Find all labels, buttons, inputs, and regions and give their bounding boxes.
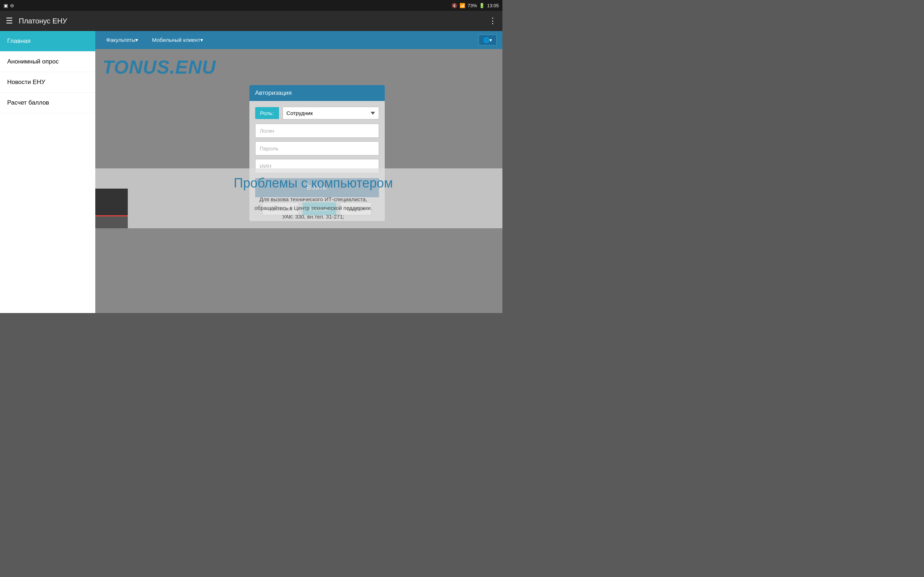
sidebar-item-news[interactable]: Новости ЕНУ (0, 72, 95, 93)
form-header: Авторизация (249, 85, 385, 101)
clock: 13:05 (487, 3, 499, 8)
bottom-text-3: УАК: 330, вн.тел. 31-271; (131, 213, 495, 221)
laptop-thumbnail (95, 189, 128, 228)
language-globe-button[interactable]: 🌐▾ (478, 35, 497, 45)
bottom-text-1: Для вызова технического ИТ-специалиста, (131, 195, 495, 204)
role-row: Роль: Сотрудник Студент Гость (255, 107, 379, 119)
role-label: Роль: (255, 107, 279, 119)
battery-level: 73% (467, 3, 477, 8)
nav-faculties[interactable]: Факультеты▾ (101, 34, 143, 46)
login-input[interactable] (255, 124, 379, 138)
status-bar: ▣ ⊖ 🔇 📶 73% 🔋 13:05 (0, 0, 502, 11)
nav-right: 🌐▾ (478, 35, 497, 45)
bottom-section: Проблемы с компьютером Для вызова технич… (95, 168, 502, 228)
nav-bar: Факультеты▾ Мобильный клиент▾ 🌐▾ (95, 31, 502, 49)
content-body: TONUS.ENU Авторизация Роль: Сотрудник Ст… (95, 49, 502, 228)
sidebar-item-score[interactable]: Расчет баллов (0, 93, 95, 113)
bottom-title: Проблемы с компьютером (131, 176, 495, 191)
sidebar-item-survey[interactable]: Анонимный опрос (0, 52, 95, 72)
more-options-icon[interactable]: ⋮ (489, 16, 497, 26)
status-bar-right: 🔇 📶 73% 🔋 13:05 (452, 3, 499, 8)
role-select[interactable]: Сотрудник Студент Гость (283, 107, 379, 119)
content-area: Факультеты▾ Мобильный клиент▾ 🌐▾ TONUS.E… (95, 31, 502, 313)
mute-icon: 🔇 (452, 3, 457, 8)
app-bar: ☰ Платонус ЕНУ ⋮ (0, 11, 502, 31)
signal-icon: 📶 (459, 3, 465, 8)
password-input[interactable] (255, 141, 379, 155)
sidebar: Главная Анонимный опрос Новости ЕНУ Расч… (0, 31, 95, 313)
bottom-text-2: обращайтесь в Центр технической поддержк… (131, 204, 495, 213)
minimize-icon: ⊖ (10, 3, 14, 8)
hamburger-menu-icon[interactable]: ☰ (6, 16, 13, 26)
status-bar-left: ▣ ⊖ (3, 3, 14, 8)
sidebar-item-home[interactable]: Главная (0, 31, 95, 52)
main-layout: Главная Анонимный опрос Новости ЕНУ Расч… (0, 31, 502, 313)
app-icon: ▣ (3, 3, 8, 8)
battery-icon: 🔋 (479, 3, 485, 8)
nav-mobile[interactable]: Мобильный клиент▾ (147, 34, 208, 46)
site-title: TONUS.ENU (102, 56, 495, 78)
app-title: Платонус ЕНУ (19, 17, 67, 25)
app-bar-left: ☰ Платонус ЕНУ (6, 16, 67, 26)
